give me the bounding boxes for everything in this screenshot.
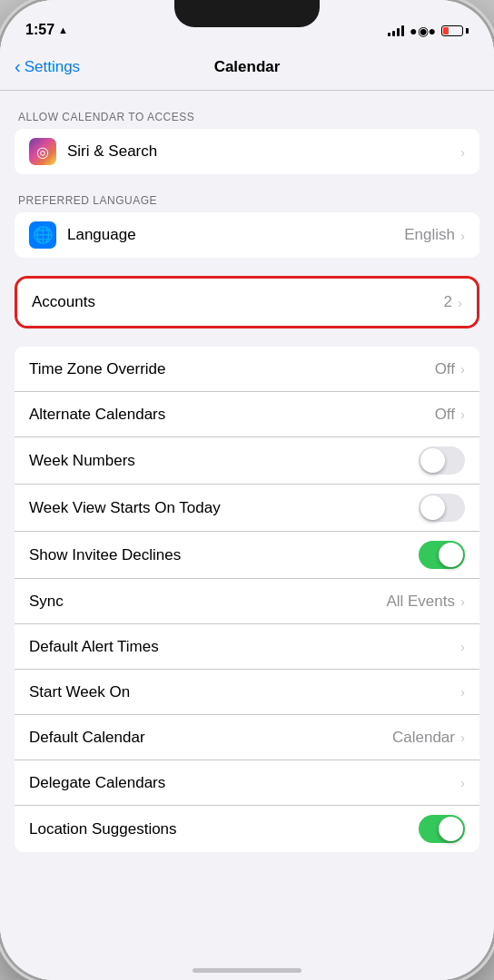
section-preferred-language: PREFERRED LANGUAGE 🌐 Language English ›: [0, 194, 494, 258]
alt-calendars-chevron-icon: ›: [460, 407, 465, 422]
week-numbers-label: Week Numbers: [29, 452, 419, 470]
location-suggestions-item[interactable]: Location Suggestions: [15, 806, 479, 852]
default-calendar-chevron-icon: ›: [460, 730, 465, 745]
content-area: ALLOW CALENDAR TO ACCESS ◎ Siri & Search…: [0, 91, 494, 949]
home-bar: [193, 968, 301, 973]
signal-bars-icon: [388, 25, 404, 36]
language-chevron-icon: ›: [460, 228, 465, 243]
default-calendar-label: Default Calendar: [29, 729, 392, 747]
siri-search-label: Siri & Search: [67, 142, 460, 161]
language-value: English: [404, 226, 455, 244]
language-group: 🌐 Language English ›: [15, 212, 479, 258]
default-alert-chevron-icon: ›: [460, 639, 465, 654]
accounts-label: Accounts: [32, 293, 444, 311]
toggle-thumb-4: [439, 817, 463, 841]
week-numbers-toggle[interactable]: [419, 446, 465, 475]
accounts-item[interactable]: Accounts 2 ›: [17, 279, 477, 326]
wifi-icon: ●◉●: [410, 24, 436, 38]
location-suggestions-label: Location Suggestions: [29, 820, 419, 838]
alt-calendars-label: Alternate Calendars: [29, 406, 435, 424]
siri-icon: ◎: [29, 138, 56, 165]
section-header-allow-access: ALLOW CALENDAR TO ACCESS: [0, 111, 494, 129]
alt-calendars-value: Off: [435, 406, 455, 424]
timezone-chevron-icon: ›: [460, 361, 465, 377]
start-week-chevron-icon: ›: [460, 684, 465, 700]
delegate-calendars-chevron-icon: ›: [460, 775, 465, 790]
toggle-thumb-2: [420, 495, 445, 520]
allow-access-group: ◎ Siri & Search ›: [15, 129, 479, 174]
location-arrow-icon: ▲: [58, 24, 68, 35]
accounts-group: Accounts 2 ›: [15, 276, 479, 328]
timezone-label: Time Zone Override: [29, 360, 435, 378]
phone-frame: 1:57 ▲ ●◉●: [0, 0, 494, 980]
default-alert-label: Default Alert Times: [29, 638, 460, 656]
accounts-chevron-icon: ›: [458, 295, 462, 310]
week-view-toggle[interactable]: [419, 494, 465, 522]
status-icons: ●◉●: [388, 24, 469, 38]
timezone-item[interactable]: Time Zone Override Off ›: [15, 347, 479, 392]
location-suggestions-toggle[interactable]: [419, 815, 465, 843]
back-label[interactable]: Settings: [25, 58, 80, 76]
show-invitee-item[interactable]: Show Invitee Declines: [15, 532, 479, 579]
delegate-calendars-item[interactable]: Delegate Calendars ›: [15, 760, 479, 806]
language-label: Language: [67, 226, 404, 244]
default-calendar-value: Calendar: [392, 729, 455, 747]
accounts-value: 2: [444, 293, 452, 311]
globe-icon: 🌐: [29, 221, 56, 249]
show-invitee-toggle[interactable]: [419, 541, 465, 569]
timezone-value: Off: [435, 360, 455, 378]
start-week-label: Start Week On: [29, 683, 460, 701]
week-view-item[interactable]: Week View Starts On Today: [15, 485, 479, 532]
sync-value: All Events: [386, 593, 455, 611]
siri-search-item[interactable]: ◎ Siri & Search ›: [15, 129, 479, 174]
notch: [174, 0, 320, 27]
show-invitee-label: Show Invitee Declines: [29, 546, 419, 564]
week-numbers-item[interactable]: Week Numbers: [15, 437, 479, 485]
battery-icon: [441, 25, 469, 36]
alt-calendars-item[interactable]: Alternate Calendars Off ›: [15, 392, 479, 437]
screen: 1:57 ▲ ●◉●: [0, 0, 494, 980]
default-alert-item[interactable]: Default Alert Times ›: [15, 624, 479, 670]
start-week-item[interactable]: Start Week On ›: [15, 670, 479, 715]
back-button[interactable]: ‹ Settings: [15, 56, 80, 77]
siri-chevron-icon: ›: [460, 144, 465, 160]
sync-item[interactable]: Sync All Events ›: [15, 579, 479, 624]
toggle-thumb-3: [439, 543, 463, 567]
language-item[interactable]: 🌐 Language English ›: [15, 212, 479, 258]
back-chevron-icon: ‹: [15, 56, 21, 77]
nav-bar: ‹ Settings Calendar: [0, 44, 494, 91]
section-header-language: PREFERRED LANGUAGE: [0, 194, 494, 212]
page-title: Calendar: [214, 58, 281, 76]
toggle-thumb: [420, 448, 445, 473]
delegate-calendars-label: Delegate Calendars: [29, 774, 460, 792]
sync-chevron-icon: ›: [460, 593, 465, 609]
home-indicator: [0, 949, 494, 980]
settings-group: Time Zone Override Off › Alternate Calen…: [15, 347, 479, 852]
week-view-label: Week View Starts On Today: [29, 499, 419, 517]
sync-label: Sync: [29, 593, 386, 611]
section-allow-access: ALLOW CALENDAR TO ACCESS ◎ Siri & Search…: [0, 111, 494, 174]
default-calendar-item[interactable]: Default Calendar Calendar ›: [15, 715, 479, 760]
status-time: 1:57 ▲: [25, 22, 68, 38]
